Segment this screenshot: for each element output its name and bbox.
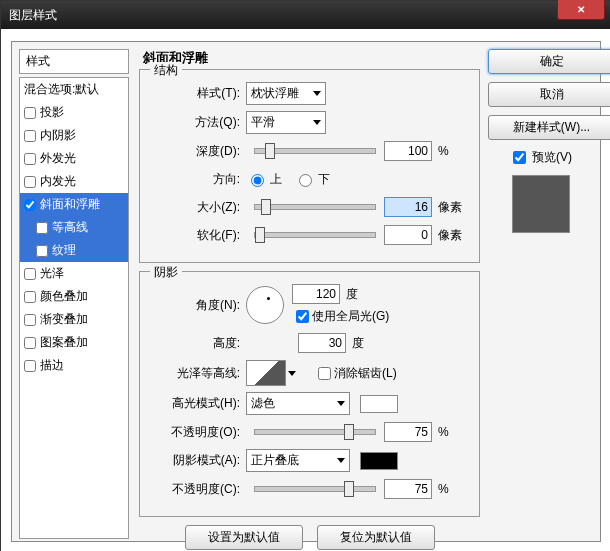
caret-icon [337,458,345,463]
style-item[interactable]: 光泽 [20,262,128,285]
depth-label: 深度(D): [150,143,240,160]
shadow-opacity-input[interactable]: 75 [384,479,432,499]
style-checkbox[interactable] [24,314,36,326]
style-item[interactable]: 等高线 [20,216,128,239]
depth-input[interactable]: 100 [384,141,432,161]
caret-icon[interactable] [288,371,296,376]
style-item[interactable]: 投影 [20,101,128,124]
soften-label: 软化(F): [150,227,240,244]
shading-legend: 阴影 [150,264,182,281]
titlebar: 图层样式 [1,1,610,29]
soften-input[interactable]: 0 [384,225,432,245]
shadow-opacity-slider[interactable] [254,486,376,492]
options-panel: 斜面和浮雕 结构 样式(T): 枕状浮雕 方法(Q): 平滑 深度(D): 10… [139,49,480,534]
angle-dial[interactable] [246,286,284,324]
ok-button[interactable]: 确定 [488,49,610,74]
size-label: 大小(Z): [150,199,240,216]
highlight-opacity-slider[interactable] [254,429,376,435]
shading-group: 阴影 角度(N): 120度 使用全局光(G) 高度: 30度 光泽等高线: 消… [139,271,480,517]
altitude-label: 高度: [150,335,240,352]
new-style-button[interactable]: 新建样式(W)... [488,115,610,140]
gloss-contour-label: 光泽等高线: [150,365,240,382]
section-title: 斜面和浮雕 [143,49,480,67]
style-item[interactable]: 外发光 [20,147,128,170]
style-label: 样式(T): [150,85,240,102]
style-item[interactable]: 纹理 [20,239,128,262]
action-panel: 确定 取消 新建样式(W)... 预览(V) [488,49,593,534]
size-input[interactable]: 16 [384,197,432,217]
style-checkbox[interactable] [36,245,48,257]
styles-list: 混合选项:默认 投影内阴影外发光内发光斜面和浮雕等高线纹理光泽颜色叠加渐变叠加图… [19,77,129,539]
style-item[interactable]: 内阴影 [20,124,128,147]
style-item[interactable]: 斜面和浮雕 [20,193,128,216]
preview-checkbox[interactable]: 预览(V) [488,148,593,167]
highlight-opacity-input[interactable]: 75 [384,422,432,442]
highlight-opacity-label: 不透明度(O): [150,424,240,441]
gloss-contour-picker[interactable] [246,360,286,386]
style-item[interactable]: 图案叠加 [20,331,128,354]
style-checkbox[interactable] [24,199,36,211]
caret-icon [313,91,321,96]
cancel-button[interactable]: 取消 [488,82,610,107]
window-title: 图层样式 [9,7,57,24]
soften-slider[interactable] [254,232,376,238]
highlight-color[interactable] [360,395,398,413]
style-checkbox[interactable] [24,337,36,349]
technique-label: 方法(Q): [150,114,240,131]
close-button[interactable] [557,0,605,20]
global-light-checkbox[interactable]: 使用全局光(G) [292,307,389,326]
shadow-opacity-label: 不透明度(C): [150,481,240,498]
style-item[interactable]: 渐变叠加 [20,308,128,331]
make-default-button[interactable]: 设置为默认值 [185,525,303,550]
technique-select[interactable]: 平滑 [246,111,326,134]
highlight-mode-label: 高光模式(H): [150,395,240,412]
direction-down[interactable]: 下 [294,171,330,188]
angle-input[interactable]: 120 [292,284,340,304]
styles-panel: 样式 混合选项:默认 投影内阴影外发光内发光斜面和浮雕等高线纹理光泽颜色叠加渐变… [19,49,129,534]
shadow-color[interactable] [360,452,398,470]
shadow-mode-label: 阴影模式(A): [150,452,240,469]
dialog-content: 样式 混合选项:默认 投影内阴影外发光内发光斜面和浮雕等高线纹理光泽颜色叠加渐变… [11,41,601,542]
style-checkbox[interactable] [24,268,36,280]
caret-icon [337,401,345,406]
styles-header[interactable]: 样式 [19,49,129,74]
direction-radios: 上 下 [246,171,330,188]
preview-thumbnail [512,175,570,233]
structure-group: 结构 样式(T): 枕状浮雕 方法(Q): 平滑 深度(D): 100% 方向:… [139,69,480,263]
style-item[interactable]: 描边 [20,354,128,377]
style-item[interactable]: 颜色叠加 [20,285,128,308]
style-checkbox[interactable] [24,107,36,119]
style-checkbox[interactable] [24,291,36,303]
highlight-mode-select[interactable]: 滤色 [246,392,350,415]
size-slider[interactable] [254,204,376,210]
direction-label: 方向: [150,171,240,188]
antialias-checkbox[interactable]: 消除锯齿(L) [314,364,397,383]
style-checkbox[interactable] [24,153,36,165]
blend-options[interactable]: 混合选项:默认 [20,78,128,101]
style-item[interactable]: 内发光 [20,170,128,193]
structure-legend: 结构 [150,62,182,79]
style-checkbox[interactable] [24,176,36,188]
style-checkbox[interactable] [24,130,36,142]
angle-label: 角度(N): [150,297,240,314]
caret-icon [313,120,321,125]
reset-default-button[interactable]: 复位为默认值 [317,525,435,550]
style-select[interactable]: 枕状浮雕 [246,82,326,105]
depth-slider[interactable] [254,148,376,154]
style-checkbox[interactable] [24,360,36,372]
altitude-input[interactable]: 30 [298,333,346,353]
direction-up[interactable]: 上 [246,171,282,188]
shadow-mode-select[interactable]: 正片叠底 [246,449,350,472]
style-checkbox[interactable] [36,222,48,234]
